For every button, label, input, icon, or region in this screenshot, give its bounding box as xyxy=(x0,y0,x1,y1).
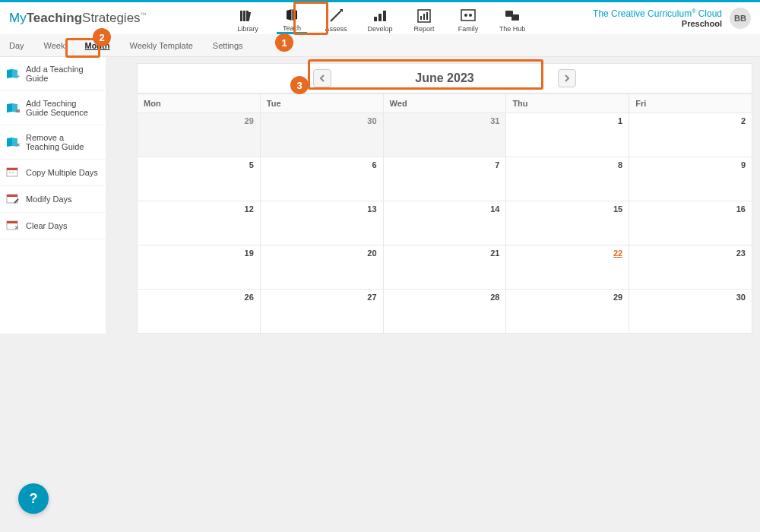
library-icon xyxy=(239,8,256,24)
callout-box-3 xyxy=(308,59,543,90)
svg-rect-0 xyxy=(240,11,242,21)
weekday-header: Wed xyxy=(383,94,506,113)
calendar-day[interactable]: 2 xyxy=(629,113,752,157)
side-label: Clear Days xyxy=(26,221,67,230)
calendar-day[interactable]: 6 xyxy=(260,157,383,201)
hub-icon xyxy=(505,8,520,24)
svg-rect-8 xyxy=(378,14,382,21)
guide-remove-icon: ✕ xyxy=(6,137,20,147)
weekday-header: Mon xyxy=(138,94,261,113)
calendar-day[interactable]: 1 xyxy=(506,113,629,157)
svg-rect-25 xyxy=(12,172,14,173)
svg-rect-27 xyxy=(7,195,17,197)
nav-library[interactable]: Library xyxy=(233,8,263,33)
next-month-button[interactable] xyxy=(558,69,576,87)
calendar-day[interactable]: 7 xyxy=(383,157,506,201)
calendar-day[interactable]: 30 xyxy=(629,290,752,334)
calendar-day[interactable]: 16 xyxy=(629,201,752,245)
avatar[interactable]: BB xyxy=(730,8,751,29)
calendar-day[interactable]: 31 xyxy=(383,113,506,157)
assess-icon xyxy=(329,8,343,24)
calendar: MonTueWedThuFri 293031125678912131415161… xyxy=(137,93,752,334)
svg-point-15 xyxy=(464,14,467,17)
calendar-day[interactable]: 28 xyxy=(383,290,506,334)
callout-box-1 xyxy=(293,2,328,35)
brand-block: The Creative Curriculum® Cloud Preschool xyxy=(593,8,722,28)
calendar-day[interactable]: 22 xyxy=(506,245,629,290)
copy-days-icon xyxy=(6,167,20,178)
calendar-day[interactable]: 26 xyxy=(138,290,261,334)
svg-point-16 xyxy=(469,14,472,17)
calendar-day[interactable]: 5 xyxy=(138,157,261,201)
weekday-header: Fri xyxy=(629,94,752,113)
brand-text: The Creative Curriculum xyxy=(593,8,692,19)
calendar-day[interactable]: 21 xyxy=(383,245,506,290)
header: MyTeachingStrategies™ Library Teach Asse… xyxy=(0,2,760,34)
nav-report[interactable]: Report xyxy=(409,8,439,33)
callout-3: 3 xyxy=(290,76,309,94)
report-icon xyxy=(417,8,431,24)
svg-text:✕: ✕ xyxy=(14,225,19,230)
side-remove-guide[interactable]: ✕ Remove a Teaching Guide xyxy=(0,125,106,160)
side-clear-days[interactable]: ✕ Clear Days xyxy=(0,213,106,239)
side-label: Add a Teaching Guide xyxy=(26,65,100,83)
guide-seq-icon xyxy=(6,103,20,113)
calendar-day[interactable]: 8 xyxy=(506,157,629,201)
nav-label: Library xyxy=(237,25,258,33)
calendar-day[interactable]: 15 xyxy=(506,201,629,245)
svg-rect-23 xyxy=(7,168,17,170)
calendar-day[interactable]: 23 xyxy=(629,245,752,290)
calendar-day[interactable]: 30 xyxy=(260,113,383,157)
weekday-header: Thu xyxy=(506,94,629,113)
develop-icon xyxy=(373,8,387,24)
logo-teaching: Teaching xyxy=(27,11,82,25)
side-add-seq[interactable]: Add Teaching Guide Sequence xyxy=(0,91,106,125)
calendar-day[interactable]: 19 xyxy=(138,245,261,290)
subnav-day[interactable]: Day xyxy=(6,35,27,56)
nav-family[interactable]: Family xyxy=(453,8,483,33)
nav-develop[interactable]: Develop xyxy=(365,8,395,33)
help-button[interactable]: ? xyxy=(18,483,49,514)
calendar-day[interactable]: 12 xyxy=(138,201,261,245)
brand-cloud: Cloud xyxy=(695,8,722,19)
svg-rect-7 xyxy=(374,17,377,21)
nav-hub[interactable]: The Hub xyxy=(497,8,527,33)
side-label: Modify Days xyxy=(26,195,72,204)
calendar-day[interactable]: 14 xyxy=(383,201,506,245)
clear-days-icon: ✕ xyxy=(6,220,20,231)
side-modify-days[interactable]: Modify Days xyxy=(0,186,106,213)
svg-rect-1 xyxy=(243,11,245,21)
calendar-day[interactable]: 29 xyxy=(138,113,261,157)
calendar-day[interactable]: 9 xyxy=(629,157,752,201)
svg-rect-13 xyxy=(426,12,428,20)
chevron-right-icon xyxy=(564,74,570,82)
subnav-settings[interactable]: Settings xyxy=(210,35,246,56)
subnav-week[interactable]: Week xyxy=(41,35,68,56)
svg-rect-11 xyxy=(420,16,422,20)
brand-line: The Creative Curriculum® Cloud xyxy=(593,8,722,19)
svg-rect-18 xyxy=(511,14,519,21)
calendar-day[interactable]: 13 xyxy=(260,201,383,245)
sub-nav: Day Week Month Weekly Template Settings xyxy=(0,34,760,57)
side-label: Copy Multiple Days xyxy=(26,168,98,177)
svg-rect-9 xyxy=(383,11,386,21)
svg-rect-24 xyxy=(9,172,11,173)
nav-label: Report xyxy=(413,25,434,33)
weekday-header: Tue xyxy=(260,94,383,113)
svg-rect-20 xyxy=(16,109,20,112)
top-nav: Library Teach Assess Develop Report Fami… xyxy=(233,2,527,34)
side-add-guide[interactable]: + Add a Teaching Guide xyxy=(0,57,106,91)
calendar-day[interactable]: 27 xyxy=(260,290,383,334)
calendar-day[interactable]: 29 xyxy=(506,290,629,334)
svg-rect-14 xyxy=(461,10,475,21)
sidebar: + Add a Teaching Guide Add Teaching Guid… xyxy=(0,57,106,334)
svg-rect-30 xyxy=(7,221,17,223)
nav-label: The Hub xyxy=(499,25,526,33)
side-copy-days[interactable]: Copy Multiple Days xyxy=(0,160,106,186)
brand-sub: Preschool xyxy=(593,19,722,28)
logo-strategies: Strategies xyxy=(82,11,141,25)
subnav-weekly-template[interactable]: Weekly Template xyxy=(126,35,195,56)
calendar-day[interactable]: 20 xyxy=(260,245,383,290)
logo-tm: ™ xyxy=(141,11,147,18)
guide-add-icon: + xyxy=(6,68,20,79)
